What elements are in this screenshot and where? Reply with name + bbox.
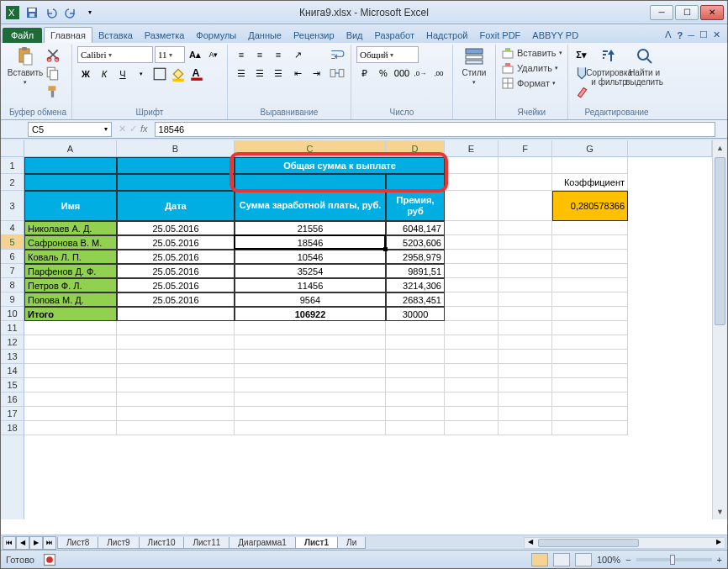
cell[interactable] bbox=[445, 250, 499, 264]
align-right-icon[interactable]: ☰ bbox=[270, 65, 287, 82]
cell[interactable]: 25.05.2016 bbox=[117, 235, 235, 250]
cell[interactable]: 9891,51 bbox=[386, 264, 445, 278]
copy-icon[interactable] bbox=[45, 65, 61, 82]
decrease-indent-icon[interactable]: ⇤ bbox=[290, 65, 307, 82]
select-all-corner[interactable] bbox=[1, 140, 24, 157]
cell[interactable] bbox=[445, 191, 499, 221]
save-icon[interactable] bbox=[24, 4, 40, 21]
cell[interactable]: 5203,606 bbox=[386, 235, 445, 250]
cell[interactable]: 6048,147 bbox=[386, 221, 445, 235]
help-icon[interactable]: ? bbox=[677, 30, 683, 40]
cell[interactable] bbox=[445, 157, 499, 174]
cell[interactable]: 10546 bbox=[235, 250, 386, 264]
cell[interactable] bbox=[386, 421, 445, 435]
styles-button[interactable]: Стили ▾ bbox=[458, 46, 490, 86]
row-header-6[interactable]: 6 bbox=[1, 250, 24, 264]
cell[interactable] bbox=[499, 393, 552, 407]
cell[interactable] bbox=[499, 378, 552, 393]
percent-icon[interactable]: % bbox=[375, 65, 392, 82]
cell[interactable] bbox=[552, 278, 628, 292]
tab-developer[interactable]: Разработ bbox=[369, 28, 420, 43]
cell[interactable] bbox=[235, 378, 386, 393]
font-size-combo[interactable]: 11▾ bbox=[155, 46, 185, 63]
tab-formulas[interactable]: Формулы bbox=[190, 28, 242, 43]
sheet-tab[interactable]: Лист1 bbox=[295, 537, 338, 549]
row-header-18[interactable]: 18 bbox=[1, 421, 24, 435]
view-normal-icon[interactable] bbox=[531, 553, 548, 566]
cell[interactable] bbox=[445, 421, 499, 435]
align-top-icon[interactable]: ≡ bbox=[233, 46, 250, 63]
cell[interactable] bbox=[24, 157, 117, 174]
sheet-nav-first-icon[interactable]: ⏮ bbox=[3, 536, 16, 550]
cell[interactable] bbox=[445, 174, 499, 191]
font-name-combo[interactable]: Calibri▾ bbox=[77, 46, 153, 63]
cell[interactable] bbox=[552, 157, 628, 174]
cell[interactable] bbox=[386, 393, 445, 407]
cell[interactable] bbox=[499, 264, 552, 278]
redo-icon[interactable] bbox=[62, 4, 79, 21]
cell[interactable] bbox=[499, 421, 552, 435]
tab-abbyy[interactable]: ABBYY PD bbox=[526, 28, 584, 43]
col-header-C[interactable]: C bbox=[235, 140, 386, 156]
cell[interactable] bbox=[499, 250, 552, 264]
comma-icon[interactable]: 000 bbox=[393, 65, 410, 82]
bold-icon[interactable]: Ж bbox=[77, 66, 94, 82]
cells-area[interactable]: Общая сумма к выплатеКоэффициентИмяДатаС… bbox=[24, 157, 712, 519]
cell[interactable] bbox=[445, 378, 499, 393]
decrease-decimal-icon[interactable]: ,00 bbox=[430, 65, 447, 82]
cell[interactable] bbox=[499, 364, 552, 378]
tab-pagelayout[interactable]: Разметка bbox=[139, 28, 191, 43]
cell[interactable] bbox=[24, 335, 117, 350]
fx-icon[interactable]: fx bbox=[140, 124, 148, 134]
cell[interactable]: 21556 bbox=[235, 221, 386, 235]
row-header-16[interactable]: 16 bbox=[1, 393, 24, 407]
cell[interactable] bbox=[552, 378, 628, 393]
cell[interactable] bbox=[117, 335, 235, 350]
sheet-tab[interactable]: Ли bbox=[337, 537, 366, 549]
cells-delete-button[interactable]: Удалить▾ bbox=[501, 61, 558, 75]
tab-home[interactable]: Главная bbox=[44, 27, 92, 43]
cell[interactable] bbox=[445, 335, 499, 350]
cell[interactable] bbox=[117, 407, 235, 421]
cell[interactable] bbox=[552, 407, 628, 421]
row-header-13[interactable]: 13 bbox=[1, 350, 24, 364]
col-header-E[interactable]: E bbox=[445, 140, 499, 156]
cell[interactable] bbox=[552, 250, 628, 264]
ribbon-minimize-icon[interactable]: ᐱ bbox=[665, 29, 672, 40]
cell[interactable]: 3214,306 bbox=[386, 278, 445, 292]
maximize-button[interactable]: ☐ bbox=[675, 5, 699, 20]
scroll-down-icon[interactable]: ▼ bbox=[713, 504, 727, 519]
cell[interactable] bbox=[445, 350, 499, 364]
increase-decimal-icon[interactable]: ,0→ bbox=[412, 65, 429, 82]
sheet-nav-prev-icon[interactable]: ◀ bbox=[16, 536, 29, 550]
cell[interactable] bbox=[445, 235, 499, 250]
cell[interactable] bbox=[386, 364, 445, 378]
sheet-nav-next-icon[interactable]: ▶ bbox=[29, 536, 43, 550]
col-header-F[interactable]: F bbox=[499, 140, 552, 156]
row-header-1[interactable]: 1 bbox=[1, 157, 24, 174]
tab-review[interactable]: Рецензир bbox=[288, 28, 340, 43]
col-header-A[interactable]: A bbox=[24, 140, 117, 156]
align-bottom-icon[interactable]: ≡ bbox=[270, 46, 287, 63]
cell[interactable]: Николаев А. Д. bbox=[24, 221, 117, 235]
cell[interactable] bbox=[386, 174, 445, 191]
cell[interactable] bbox=[24, 364, 117, 378]
row-header-9[interactable]: 9 bbox=[1, 292, 24, 307]
row-header-14[interactable]: 14 bbox=[1, 364, 24, 378]
cell[interactable] bbox=[552, 292, 628, 307]
tab-addins[interactable]: Надстрой bbox=[420, 28, 473, 43]
number-format-combo[interactable]: Общий▾ bbox=[356, 46, 419, 63]
cell[interactable] bbox=[235, 174, 386, 191]
cell[interactable] bbox=[445, 393, 499, 407]
cell[interactable] bbox=[445, 307, 499, 321]
col-header-G[interactable]: G bbox=[552, 140, 628, 156]
formula-input[interactable]: 18546 bbox=[155, 122, 715, 137]
tab-insert[interactable]: Вставка bbox=[92, 28, 139, 43]
cell[interactable] bbox=[499, 278, 552, 292]
column-headers[interactable]: ABCDEFG bbox=[24, 140, 712, 157]
underline-dropdown-icon[interactable]: ▾ bbox=[133, 66, 150, 82]
enter-formula-icon[interactable]: ✓ bbox=[129, 124, 137, 134]
cell[interactable] bbox=[117, 157, 235, 174]
row-header-5[interactable]: 5 bbox=[1, 235, 24, 250]
align-left-icon[interactable]: ☰ bbox=[233, 65, 250, 82]
